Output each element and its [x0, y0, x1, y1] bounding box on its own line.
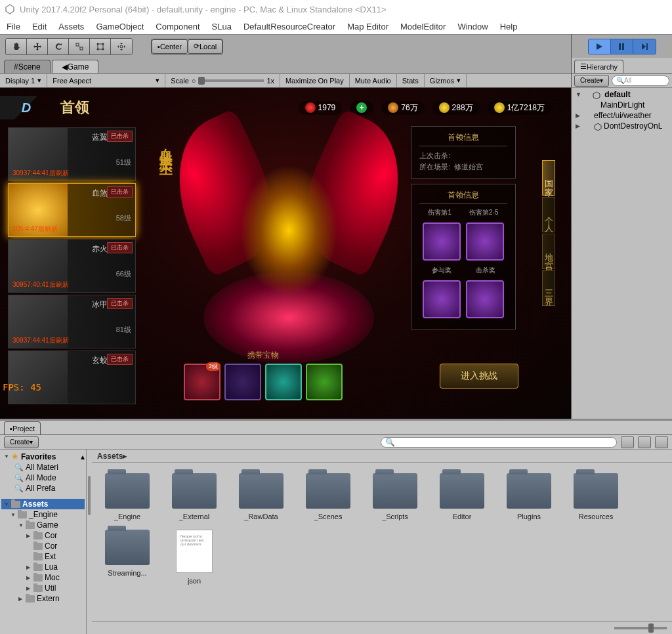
hierarchy-create-dropdown[interactable]: Create ▾	[574, 75, 609, 87]
boss-portrait	[9, 351, 68, 404]
treasure-slot[interactable]	[306, 364, 343, 400]
reward-icon[interactable]	[423, 280, 461, 318]
menu-component[interactable]: Component	[156, 22, 200, 32]
resource-item[interactable]: 76万	[381, 101, 424, 115]
tree-item[interactable]: 🔍All Prefa	[1, 483, 85, 494]
rect-tool-icon[interactable]	[90, 39, 111, 54]
thumbnail-size-slider[interactable]	[614, 627, 667, 629]
scale-tool-icon[interactable]	[69, 39, 90, 54]
transform-tool-icon[interactable]	[111, 39, 132, 54]
pause-button[interactable]	[611, 39, 633, 54]
play-button[interactable]	[589, 39, 611, 54]
hand-tool-icon[interactable]	[6, 39, 27, 54]
asset-folder[interactable]: _RawData	[232, 473, 290, 520]
tree-item[interactable]: ▶Extern	[1, 593, 85, 604]
tree-item[interactable]: Ext	[1, 551, 85, 562]
asset-file[interactable]: Neque porro quisquam est qui dolorem.jso…	[165, 530, 223, 585]
splitter-handle[interactable]	[87, 450, 92, 634]
boss-card[interactable]: 血煞惑天王58级 已击杀 105:4:47后刷新	[8, 183, 136, 237]
svg-rect-1	[76, 43, 79, 46]
side-tab[interactable]: 个 人	[542, 197, 555, 232]
gizmos-dropdown[interactable]: Gizmos ▾	[425, 74, 467, 87]
treasure-slot[interactable]	[224, 364, 261, 400]
menu-help[interactable]: Help	[500, 22, 518, 32]
treasure-slot[interactable]	[265, 364, 302, 400]
reward-icon[interactable]	[466, 280, 504, 318]
tab-scene[interactable]: # Scene	[4, 60, 51, 73]
tree-item[interactable]: ▼Game	[1, 520, 85, 530]
stats-toggle[interactable]: Stats	[397, 74, 425, 87]
menu-defaultresourcecreator[interactable]: DefaultResourceCreator	[243, 22, 335, 32]
display-dropdown[interactable]: Display 1 ▾	[0, 74, 47, 87]
save-search-icon[interactable]	[655, 436, 668, 448]
tree-item[interactable]: Cor	[1, 541, 85, 551]
tree-item[interactable]: ▶Moc	[1, 572, 85, 583]
side-tab[interactable]: 国 家	[542, 160, 555, 196]
asset-folder[interactable]: Streaming...	[98, 530, 156, 585]
resource-item[interactable]: 1979	[299, 101, 343, 115]
folder-icon	[26, 522, 35, 529]
asset-folder[interactable]: Resources	[567, 473, 625, 520]
menu-modeleditor[interactable]: ModelEditor	[400, 22, 446, 32]
tree-item[interactable]: ▼_Engine	[1, 509, 85, 520]
treasure-slot[interactable]: 2级	[184, 364, 220, 400]
asset-folder[interactable]: _Scenes	[299, 473, 357, 520]
asset-folder[interactable]: _External	[165, 473, 223, 520]
tree-item[interactable]: ▶Cor	[1, 530, 85, 541]
svg-point-8	[120, 45, 123, 48]
side-tab[interactable]: 地 宫	[542, 234, 555, 269]
tab-game[interactable]: ◀ Game	[52, 60, 99, 73]
maximize-toggle[interactable]: Maximize On Play	[280, 74, 350, 87]
resource-item[interactable]: 288万	[432, 101, 480, 115]
breadcrumb[interactable]: Assets ▸	[92, 450, 672, 463]
hierarchy-search-input[interactable]: 🔍All	[612, 75, 669, 86]
boss-card[interactable]: 赤火噬炎魔66级 已击杀 30957:40:41后刷新	[8, 239, 136, 293]
tree-favorites[interactable]: ▼★Favorites▴	[1, 451, 85, 462]
menu-assets[interactable]: Assets	[58, 22, 84, 32]
menu-edit[interactable]: Edit	[32, 22, 47, 32]
project-search-input[interactable]: 🔍	[381, 437, 617, 448]
boss-card[interactable]: 玄蛟血魔神 已击杀	[8, 350, 136, 404]
enter-challenge-button[interactable]: 进入挑战	[440, 364, 518, 389]
rotate-tool-icon[interactable]	[48, 39, 69, 54]
filter-type-icon[interactable]	[621, 436, 634, 448]
menu-mapeditor[interactable]: Map Editor	[347, 22, 388, 32]
reward-icon[interactable]	[423, 222, 461, 261]
move-tool-icon[interactable]	[27, 39, 48, 54]
asset-folder[interactable]: _Scripts	[366, 473, 424, 520]
resource-item[interactable]: 1亿7218万	[488, 101, 551, 115]
tab-hierarchy[interactable]: ☰ Hierarchy	[574, 60, 623, 73]
filter-label-icon[interactable]	[638, 436, 651, 448]
menu-window[interactable]: Window	[457, 22, 488, 32]
mute-toggle[interactable]: Mute Audio	[350, 74, 397, 87]
scale-slider[interactable]: Scale ○ 1x	[165, 74, 280, 87]
folder-icon	[507, 473, 551, 509]
boss-card[interactable]: 冰甲角妖龙81级 已击杀 30937:44:41后刷新	[8, 295, 136, 349]
tree-item[interactable]: ▶Util	[1, 583, 85, 593]
hierarchy-item[interactable]: MainDirLight	[574, 100, 669, 110]
tree-assets-root[interactable]: ▼Assets	[1, 499, 85, 509]
asset-folder[interactable]: Plugins	[500, 473, 558, 520]
tree-item[interactable]: 🔍All Mode	[1, 473, 85, 483]
tab-project[interactable]: ▪ Project	[4, 421, 41, 434]
reward-icon[interactable]	[466, 222, 504, 261]
tree-item[interactable]: 🔍All Materi	[1, 462, 85, 473]
hierarchy-item[interactable]: ▶effect/ui/weather	[574, 110, 669, 121]
side-tab[interactable]: 三 界	[542, 270, 555, 306]
project-create-dropdown[interactable]: Create ▾	[4, 436, 39, 448]
asset-folder[interactable]: Editor	[433, 473, 491, 520]
menu-gameobject[interactable]: GameObject	[96, 22, 144, 32]
pivot-center-button[interactable]: ▪ Center	[152, 39, 188, 54]
boss-info-panel: 首领信息 上次击杀: 所在场景:修道始宫	[411, 126, 516, 179]
window-title: Unity 2017.4.20f2 Personal (64bit) - def…	[20, 5, 387, 14]
asset-folder[interactable]: _Engine	[98, 473, 156, 520]
boss-card[interactable]: 蓝翼金狱兽51级 已击杀 30937:44:41后刷新	[8, 127, 136, 181]
aspect-dropdown[interactable]: Free Aspect ▾	[47, 74, 165, 87]
hierarchy-scene-item[interactable]: ▼ default	[574, 89, 669, 100]
step-button[interactable]	[633, 39, 656, 54]
menu-slua[interactable]: SLua	[212, 22, 232, 32]
tree-item[interactable]: ▶Lua	[1, 562, 85, 572]
pivot-local-button[interactable]: ⟳ Local	[188, 39, 222, 54]
menu-file[interactable]: File	[7, 22, 20, 32]
hierarchy-item[interactable]: ▶DontDestroyOnL	[574, 121, 669, 131]
